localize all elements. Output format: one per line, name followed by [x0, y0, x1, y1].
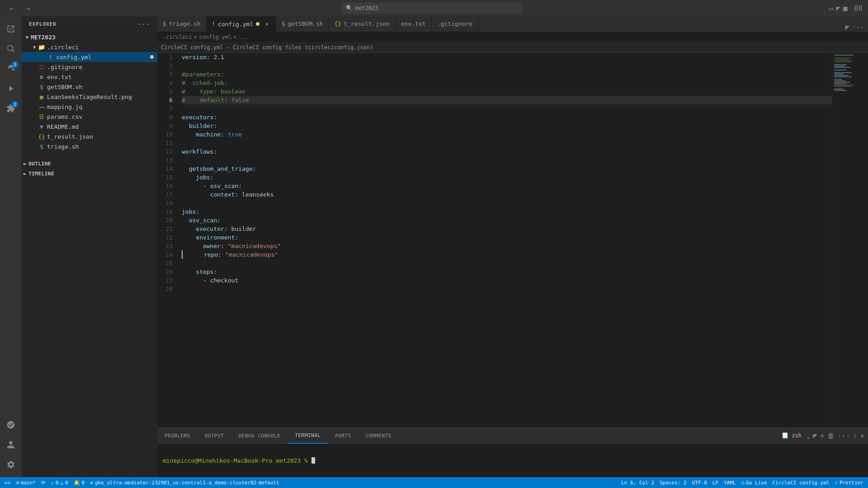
status-notifications[interactable]: 🔔 0: [71, 480, 88, 486]
config-yml-item[interactable]: ! config.yml: [22, 52, 157, 62]
mapping-item[interactable]: ⸻ mapping.jq: [22, 102, 157, 112]
terminal-content[interactable]: minepicco@Minehikos-MacBook-Pro met2023 …: [157, 444, 868, 477]
code-line-23[interactable]: owner: "macnicadevops": [182, 242, 832, 250]
tab-env-txt[interactable]: env.txt: [396, 16, 432, 32]
code-line-11[interactable]: [182, 139, 832, 147]
code-line-24[interactable]: repo: "macnicadevops": [182, 250, 832, 259]
activity-git[interactable]: 1: [2, 60, 20, 78]
activity-extensions[interactable]: 1: [2, 99, 20, 117]
status-go-live[interactable]: ◯ Go Live: [739, 480, 770, 486]
breadcrumb-config[interactable]: config.yml: [199, 34, 231, 40]
timeline-section[interactable]: ► TIMELINE: [22, 169, 157, 178]
close-panel-icon[interactable]: ×: [860, 432, 864, 440]
extra-actions[interactable]: 08: [854, 4, 863, 13]
breadcrumb-more[interactable]: ...: [239, 34, 249, 40]
code-line-10[interactable]: machine: true: [182, 130, 832, 139]
terminal-more-icon[interactable]: ···: [837, 432, 850, 440]
code-line-26[interactable]: steps:: [182, 267, 832, 276]
tab-more-icon[interactable]: ···: [851, 23, 864, 32]
status-extension[interactable]: CircleCI config.yml: [770, 480, 832, 486]
status-prettier[interactable]: ✓ Prettier: [832, 480, 866, 486]
status-errors[interactable]: ⚠ 0 △ 0: [48, 480, 71, 486]
code-line-19[interactable]: jobs:: [182, 207, 832, 216]
code-line-9[interactable]: builder:: [182, 122, 832, 130]
status-sync[interactable]: ⟳: [38, 480, 48, 486]
activity-remote[interactable]: [2, 416, 20, 434]
getsbom-item[interactable]: $ getSBOM.sh: [22, 82, 157, 92]
trash-terminal-icon[interactable]: 🗑: [827, 432, 835, 440]
circleci-folder[interactable]: ▼ 📁 .circleci: [22, 42, 157, 52]
breadcrumb-circleci[interactable]: .circleci: [163, 34, 192, 40]
code-line-2[interactable]: [182, 61, 832, 70]
leanseeks-item[interactable]: ▣ LeanSeeksTiageResult.png: [22, 92, 157, 102]
panel-tab-ports[interactable]: PORTS: [328, 428, 359, 444]
code-line-21[interactable]: executor: builder: [182, 225, 832, 233]
activity-settings[interactable]: [2, 455, 20, 474]
code-line-4[interactable]: # sched-job:: [182, 79, 832, 87]
env-txt-item[interactable]: ≡ env.txt: [22, 72, 157, 82]
code-line-20[interactable]: osv_scan:: [182, 216, 832, 225]
activity-search[interactable]: [2, 40, 20, 58]
status-line-ending[interactable]: LF: [710, 480, 721, 486]
forward-button[interactable]: →: [22, 2, 34, 14]
outline-section[interactable]: ► OUTLINE: [22, 159, 157, 169]
maximize-panel-icon[interactable]: ⇧: [853, 432, 858, 440]
grid-icon[interactable]: ■: [843, 4, 848, 13]
code-line-3[interactable]: #parameters:: [182, 70, 832, 79]
code-editor[interactable]: version: 2.1 #parameters:# sched-job:# t…: [180, 53, 832, 427]
status-language[interactable]: YAML: [721, 480, 739, 486]
code-line-7[interactable]: [182, 104, 832, 113]
tab-triage-sh[interactable]: $ triage.sh: [157, 16, 207, 32]
project-root[interactable]: ▼ MET2023: [22, 32, 157, 42]
activity-account[interactable]: [2, 436, 20, 454]
tab-t-result-json[interactable]: {} t_result.json: [329, 16, 396, 32]
code-line-25[interactable]: [182, 259, 832, 267]
code-line-1[interactable]: version: 2.1: [182, 53, 832, 61]
git-icon: ⬡: [38, 63, 45, 70]
code-line-16[interactable]: - osv_scan:: [182, 182, 832, 190]
gitignore-item[interactable]: ⬡ .gitignore: [22, 62, 157, 72]
status-remote[interactable]: ><: [2, 480, 13, 486]
activity-explorer[interactable]: [2, 20, 20, 38]
tab-getsbom-sh[interactable]: $ getSBOM.sh: [276, 16, 329, 32]
terminal-chevron-icon[interactable]: ⌄: [806, 432, 811, 440]
status-encoding[interactable]: UTF-8: [689, 480, 710, 486]
explorer-more-button[interactable]: ···: [137, 21, 150, 28]
code-line-5[interactable]: # type: boolean: [182, 87, 832, 96]
back-button[interactable]: ←: [5, 2, 18, 14]
code-line-18[interactable]: [182, 199, 832, 207]
t-result-item[interactable]: {} t_result.json: [22, 131, 157, 141]
activity-run[interactable]: [2, 80, 20, 98]
address-bar[interactable]: 🔍 met2023: [341, 3, 522, 14]
code-line-12[interactable]: workflows:: [182, 147, 832, 156]
code-line-15[interactable]: jobs:: [182, 173, 832, 182]
code-line-14[interactable]: getsbom_and_triage:: [182, 164, 832, 173]
add-terminal-icon[interactable]: +: [820, 432, 825, 440]
panel-tab-debug-console[interactable]: DEBUG CONSOLE: [231, 428, 288, 444]
code-line-27[interactable]: - checkout: [182, 276, 832, 285]
status-cursor[interactable]: Ln 6, Col 2: [618, 480, 657, 486]
code-line-8[interactable]: executors:: [182, 113, 832, 122]
code-line-17[interactable]: context: leanseeks: [182, 190, 832, 199]
triage-item[interactable]: $ triage.sh: [22, 141, 157, 151]
panel-tab-problems[interactable]: PROBLEMS: [157, 428, 198, 444]
split-icon[interactable]: ◤: [836, 4, 840, 13]
tab-gitignore[interactable]: .gitignore: [432, 16, 478, 32]
code-line-22[interactable]: environment:: [182, 233, 832, 242]
readme-item[interactable]: ▼ README.md: [22, 122, 157, 131]
status-cluster[interactable]: ⎈ gke_ultra-mediator-232901_us-central1-…: [87, 480, 282, 486]
panel-tab-output[interactable]: OUTPUT: [198, 428, 231, 444]
panel-tab-comments[interactable]: COMMENTS: [359, 428, 399, 444]
config-tab-close[interactable]: ×: [263, 20, 270, 28]
layout-icon[interactable]: ▭: [829, 4, 834, 13]
status-spaces[interactable]: Spaces: 2: [657, 480, 689, 486]
params-item[interactable]: ☰ params.csv: [22, 112, 157, 122]
status-branch[interactable]: ⌫ main*: [13, 480, 38, 486]
code-line-13[interactable]: [182, 156, 832, 164]
tab-config-yml[interactable]: ! config.yml ×: [207, 16, 277, 32]
split-terminal-icon[interactable]: ◤: [813, 432, 818, 440]
split-editor-icon[interactable]: ◤: [845, 23, 849, 32]
panel-tab-terminal[interactable]: TERMINAL: [288, 428, 328, 444]
code-line-28[interactable]: [182, 285, 832, 293]
code-line-6[interactable]: # default: false: [182, 96, 832, 104]
